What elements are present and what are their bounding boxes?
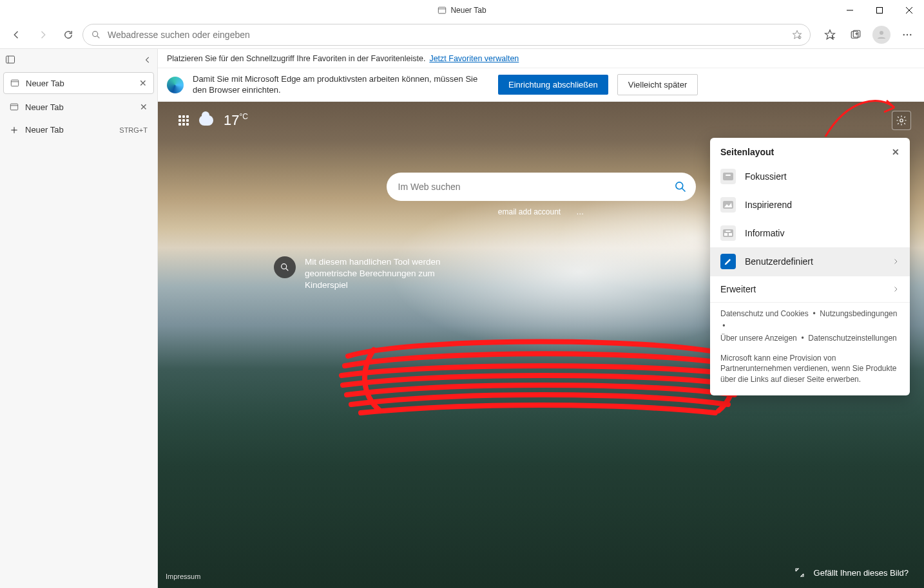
svg-line-7 [97, 36, 99, 38]
newtab-search-input[interactable] [398, 182, 674, 192]
impressum-link[interactable]: Impressum [166, 573, 200, 580]
svg-rect-39 [729, 233, 732, 236]
svg-rect-34 [723, 173, 733, 180]
new-tab-label: Neuer Tab [25, 125, 64, 135]
tab-page-icon [10, 102, 19, 111]
layout-option-inspiring[interactable]: Inspirierend [710, 191, 910, 219]
footer-link[interactable]: Nutzungsbedingungen [820, 309, 897, 318]
more-menu-button[interactable] [896, 24, 919, 45]
svg-point-19 [907, 33, 908, 35]
popover-title: Seitenlayout [720, 147, 774, 157]
window-minimize-button[interactable] [835, 0, 865, 21]
favorites-manage-link[interactable]: Jetzt Favoriten verwalten [429, 54, 519, 63]
reload-button[interactable] [57, 24, 80, 45]
profile-avatar[interactable] [872, 26, 890, 44]
footer-link[interactable]: Datenschutzeinstellungen [808, 334, 896, 343]
quicklink-item[interactable]: email add account [498, 207, 561, 216]
tab-page-icon [438, 6, 447, 15]
tab-close-button[interactable]: ✕ [140, 102, 148, 112]
setup-later-button[interactable]: Vielleicht später [617, 74, 698, 95]
layout-option-label: Inspirierend [745, 200, 792, 210]
tab-label: Neuer Tab [26, 79, 64, 88]
page-settings-button[interactable] [892, 111, 911, 130]
layout-informative-icon [720, 225, 736, 241]
page-content: Platzieren Sie für den Schnellzugriff Ih… [158, 49, 924, 588]
new-tab-button[interactable]: Neuer Tab STRG+T [3, 120, 154, 140]
window-titlebar: Neuer Tab [0, 0, 924, 21]
address-bar[interactable] [82, 24, 811, 46]
setup-banner: Damit Sie mit Microsoft Edge am produkti… [158, 68, 924, 102]
favorites-bar-hint: Platzieren Sie für den Schnellzugriff Ih… [158, 49, 924, 68]
svg-line-33 [286, 269, 288, 270]
svg-point-32 [282, 264, 287, 269]
svg-rect-36 [723, 201, 733, 209]
address-input[interactable] [108, 30, 785, 40]
svg-point-6 [93, 31, 98, 36]
tab-item[interactable]: Neuer Tab ✕ [3, 97, 154, 117]
weather-temperature[interactable]: 17°C [224, 112, 248, 129]
tab-item-active[interactable]: Neuer Tab ✕ [3, 72, 154, 94]
newtab-search[interactable] [387, 173, 696, 201]
expand-icon[interactable] [794, 567, 805, 578]
layout-option-label: Informativ [745, 228, 784, 238]
svg-rect-3 [877, 8, 883, 14]
svg-rect-23 [11, 80, 18, 86]
footer-link[interactable]: Über unsere Anzeigen [720, 334, 797, 343]
plus-icon [10, 126, 19, 135]
promo-tile[interactable]: Mit diesem handlichen Tool werden geomet… [274, 256, 467, 292]
popover-expand-label: Erweitert [720, 284, 756, 294]
popover-close-button[interactable]: ✕ [892, 147, 900, 157]
setup-banner-text: Damit Sie mit Microsoft Edge am produkti… [193, 74, 489, 95]
read-aloud-icon[interactable] [792, 30, 802, 40]
setup-complete-button[interactable]: Einrichtung abschließen [498, 75, 608, 95]
svg-rect-0 [439, 7, 446, 14]
layout-option-label: Fokussiert [745, 171, 787, 182]
layout-inspiring-icon [720, 197, 736, 213]
quicklink-more[interactable]: … [576, 207, 584, 216]
edge-logo-icon [167, 77, 184, 93]
layout-option-informative[interactable]: Informativ [710, 219, 910, 247]
layout-option-custom[interactable]: Benutzerdefiniert [710, 247, 910, 276]
popover-note: Microsoft kann eine Provision von Partne… [710, 350, 910, 389]
search-icon[interactable] [674, 180, 687, 193]
tab-page-icon [10, 79, 19, 88]
window-close-button[interactable] [894, 0, 924, 21]
back-button[interactable] [5, 24, 28, 45]
svg-rect-40 [726, 231, 731, 232]
popover-footer-links: Datenschutz und Cookies • Nutzungsbeding… [710, 302, 910, 350]
tabs-collapse-icon[interactable] [5, 55, 15, 65]
newtab-hero: 17°C email add account [158, 102, 924, 588]
svg-point-17 [880, 31, 883, 35]
svg-point-20 [910, 33, 911, 35]
window-maximize-button[interactable] [865, 0, 894, 21]
svg-rect-25 [10, 104, 17, 110]
tab-close-button[interactable]: ✕ [139, 78, 147, 88]
window-title: Neuer Tab [450, 6, 486, 15]
like-image-label[interactable]: Gefällt Ihnen dieses Bild? [814, 568, 909, 578]
weather-cloud-icon[interactable] [199, 115, 213, 126]
page-layout-popover: Seitenlayout ✕ Fokussiert Inspirierend [710, 138, 910, 395]
svg-rect-35 [726, 175, 731, 176]
svg-point-18 [903, 33, 905, 35]
popover-expand[interactable]: Erweitert [710, 276, 910, 302]
favorites-button[interactable] [818, 24, 842, 45]
footer-link[interactable]: Datenschutz und Cookies [720, 309, 809, 318]
apps-grid-icon[interactable] [178, 115, 189, 126]
favorites-bar-text: Platzieren Sie für den Schnellzugriff Ih… [167, 54, 425, 63]
svg-point-30 [675, 182, 682, 189]
layout-option-label: Benutzerdefiniert [745, 256, 813, 267]
annotation-scribble [335, 330, 747, 421]
svg-rect-38 [724, 233, 727, 236]
forward-button[interactable] [31, 24, 54, 45]
promo-text: Mit diesem handlichen Tool werden geomet… [305, 256, 467, 292]
layout-focused-icon [720, 169, 736, 184]
svg-rect-21 [6, 56, 15, 63]
collections-button[interactable] [844, 24, 867, 45]
new-tab-shortcut: STRG+T [119, 126, 148, 134]
chevron-right-icon [892, 285, 900, 293]
svg-marker-8 [793, 30, 801, 39]
weather-temp-unit: °C [239, 112, 247, 121]
tabs-collapse-chevron-icon[interactable] [143, 55, 152, 64]
layout-custom-icon [720, 254, 736, 269]
layout-option-focused[interactable]: Fokussiert [710, 162, 910, 191]
